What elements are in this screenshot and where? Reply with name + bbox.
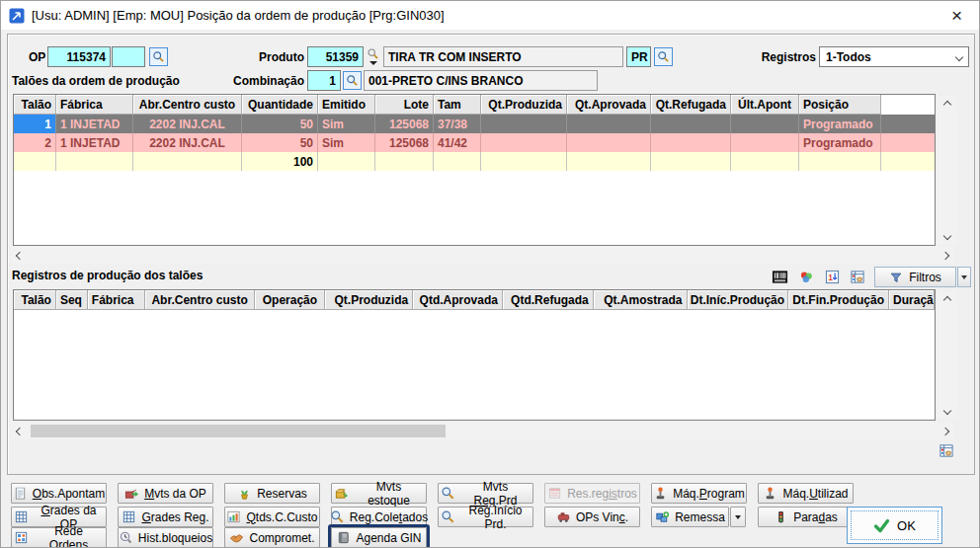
cell[interactable]: 37/38 <box>434 115 481 133</box>
maq-program-button[interactable]: Máq.Program <box>651 483 747 504</box>
produto-code-input[interactable]: 51359 <box>307 46 364 67</box>
column-header[interactable]: Fábrica <box>88 290 145 310</box>
op-input[interactable]: 115374 <box>47 46 111 67</box>
grid-select-icon[interactable] <box>849 268 866 285</box>
table-row-selected[interactable]: 11 INJETAD2202 INJ.CAL50Sim12506837/38Pr… <box>14 115 935 133</box>
column-header[interactable]: Talão <box>14 95 56 115</box>
scroll-right-icon[interactable] <box>937 423 953 439</box>
registros-horizontal-scrollbar[interactable] <box>11 423 953 439</box>
grades-reg-button[interactable]: Grades Reg. <box>118 507 213 527</box>
cell[interactable]: 50 <box>242 115 318 133</box>
produto-search-button[interactable] <box>654 47 673 66</box>
cell[interactable] <box>731 133 799 152</box>
close-icon[interactable]: × <box>935 1 979 30</box>
cell[interactable]: 125068 <box>375 115 434 133</box>
scroll-up-icon[interactable] <box>939 96 956 113</box>
produto-tipo-field[interactable]: PR <box>626 46 651 67</box>
column-header[interactable]: Qt.Aprovada <box>567 95 651 115</box>
produto-lookup-button[interactable] <box>367 47 379 65</box>
cell[interactable]: Programado <box>799 115 881 133</box>
op-search-button[interactable] <box>149 47 168 66</box>
combinacao-code-input[interactable]: 1 <box>307 70 341 91</box>
scroll-down-icon[interactable] <box>939 402 956 419</box>
mvts-estoque-button[interactable]: Mvts estoque <box>331 483 427 504</box>
remessa-button[interactable]: Remessa <box>651 507 729 527</box>
cell[interactable]: 1 INJETAD <box>56 133 133 152</box>
column-header[interactable]: Qtd.Aprovada <box>413 290 503 310</box>
mvts-reg-prd-button[interactable]: Mvts Reg.Prd <box>438 483 533 504</box>
cell[interactable]: 2202 INJ.CAL <box>133 115 242 133</box>
column-header[interactable]: Seq <box>56 290 88 310</box>
scroll-down-icon[interactable] <box>939 227 956 244</box>
agenda-gin-button[interactable]: Agenda GIN <box>331 527 427 548</box>
scroll-right-icon[interactable] <box>937 247 953 264</box>
obs-apontam-button[interactable]: Obs.Apontam <box>11 483 107 504</box>
filtros-button[interactable]: Filtros <box>874 267 956 287</box>
cell[interactable]: 125068 <box>375 133 434 152</box>
paradas-button[interactable]: Paradas <box>758 507 854 527</box>
reservas-button[interactable]: Reservas <box>224 483 320 504</box>
hist-bloqueios-button[interactable]: Hist.bloqueios <box>118 527 213 548</box>
cell[interactable]: 2 <box>14 133 56 152</box>
column-header[interactable]: Lote <box>375 95 434 115</box>
barcode-icon[interactable] <box>771 268 788 285</box>
filtros-dropdown-button[interactable] <box>957 267 971 287</box>
reg-coletados-button[interactable]: Reg.Coletados <box>331 507 427 527</box>
qtds-c-custo-button[interactable]: Qtds.C.Custo <box>224 507 320 527</box>
combinacao-search-button[interactable] <box>343 71 362 90</box>
column-header[interactable]: Posição <box>799 95 881 115</box>
cell[interactable]: 2202 INJ.CAL <box>133 133 242 152</box>
column-header[interactable]: Duração <box>889 290 935 310</box>
column-header[interactable]: Emitido <box>318 95 375 115</box>
column-header[interactable]: Qt.Produzida <box>325 290 413 310</box>
column-header[interactable]: Dt.Iníc.Produção <box>688 290 789 310</box>
column-header[interactable]: Dt.Fin.Produção <box>788 290 889 310</box>
column-header[interactable]: Fábrica <box>56 95 133 115</box>
scroll-up-icon[interactable] <box>939 291 956 308</box>
cell[interactable]: 50 <box>242 133 318 152</box>
scroll-left-icon[interactable] <box>11 423 28 439</box>
column-header[interactable]: Qt.Refugada <box>651 95 731 115</box>
reg-inicio-prd-button[interactable]: Reg.Início Prd. <box>438 507 533 527</box>
column-header[interactable]: Abr.Centro custo <box>133 95 242 115</box>
column-header[interactable]: Quantidade <box>242 95 318 115</box>
column-header[interactable]: Abr.Centro custo <box>145 290 256 310</box>
cell[interactable]: Sim <box>318 115 375 133</box>
cell[interactable]: Programado <box>799 133 881 152</box>
cell[interactable] <box>651 115 731 133</box>
column-header[interactable]: Qt.Amostrada <box>594 290 688 310</box>
maq-utilizad-button[interactable]: Máq.Utilizad <box>758 483 854 504</box>
scrollbar-thumb[interactable] <box>31 425 446 437</box>
cell[interactable]: 1 INJETAD <box>56 115 133 133</box>
compromet-button[interactable]: Compromet. <box>224 527 320 548</box>
column-header[interactable]: Operação <box>255 290 325 310</box>
column-header[interactable]: Últ.Apont <box>731 95 799 115</box>
cell[interactable] <box>731 115 799 133</box>
taloes-horizontal-scrollbar[interactable] <box>11 247 953 264</box>
cell[interactable] <box>481 133 567 152</box>
cell[interactable] <box>567 133 651 152</box>
rede-ordens-button[interactable]: Rede Ordens <box>11 527 107 548</box>
cell[interactable] <box>481 115 567 133</box>
cell[interactable]: 41/42 <box>434 133 481 152</box>
scroll-left-icon[interactable] <box>11 247 28 264</box>
cell[interactable]: Sim <box>318 133 375 152</box>
sequence-icon[interactable]: 1 <box>823 268 841 285</box>
registros-vertical-scrollbar[interactable] <box>938 291 957 419</box>
cell[interactable]: 1 <box>14 115 56 133</box>
column-header[interactable]: Qt.Produzida <box>481 95 567 115</box>
grid-select-icon[interactable] <box>938 441 955 459</box>
ops-vinc-button[interactable]: OPs Vinc. <box>544 507 640 527</box>
taloes-vertical-scrollbar[interactable] <box>938 96 957 244</box>
color-circles-icon[interactable] <box>797 268 815 285</box>
ok-button[interactable]: OK <box>847 507 942 544</box>
op-secondary-input[interactable] <box>112 46 145 67</box>
remessa-dropdown-button[interactable] <box>730 507 746 527</box>
cell[interactable] <box>651 133 731 152</box>
column-header[interactable]: Tam <box>434 95 481 115</box>
mvts-da-op-button[interactable]: Mvts da OP <box>118 483 213 504</box>
cell[interactable] <box>567 115 651 133</box>
registros-select[interactable]: 1-Todos <box>819 46 969 67</box>
table-row[interactable]: 21 INJETAD2202 INJ.CAL50Sim12506841/42Pr… <box>14 133 935 152</box>
column-header[interactable]: Qtd.Refugada <box>503 290 594 310</box>
